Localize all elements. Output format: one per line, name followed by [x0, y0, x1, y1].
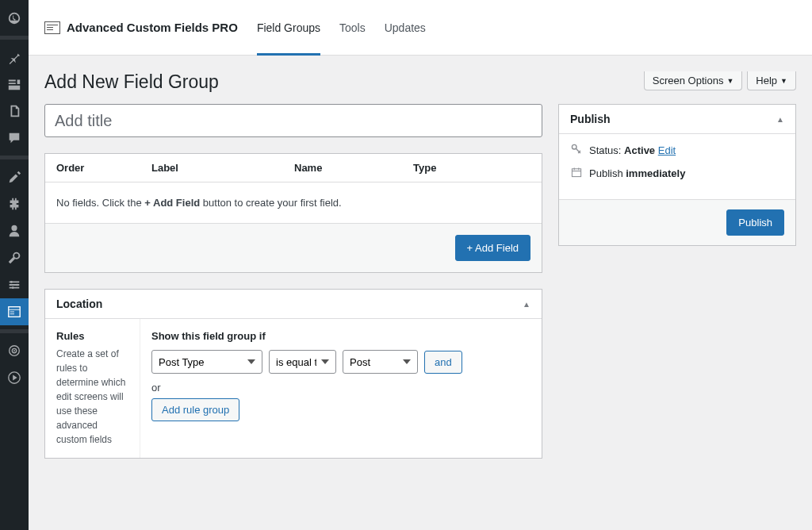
comments-icon[interactable] [0, 125, 29, 152]
col-name: Name [294, 162, 413, 174]
help-button[interactable]: Help▼ [747, 71, 796, 90]
media-icon[interactable] [0, 71, 29, 98]
pages-icon[interactable] [0, 98, 29, 125]
rules-label: Rules [56, 330, 128, 342]
calendar-icon [570, 167, 583, 180]
pin-icon[interactable] [0, 44, 29, 71]
nav-tools[interactable]: Tools [339, 0, 366, 56]
svg-point-1 [16, 284, 18, 286]
publish-button[interactable]: Publish [726, 209, 784, 236]
rule-param-select[interactable]: Post Type [151, 350, 262, 374]
collapse-icon[interactable]: ▲ [776, 115, 784, 124]
chevron-down-icon: ▼ [780, 77, 787, 85]
svg-point-2 [12, 286, 14, 289]
location-title: Location [56, 298, 102, 310]
nav-field-groups[interactable]: Field Groups [257, 0, 320, 56]
edit-status-link[interactable]: Edit [658, 144, 676, 156]
chevron-down-icon: ▼ [726, 77, 733, 85]
svg-point-9 [13, 350, 15, 351]
play-icon[interactable] [0, 364, 29, 391]
publish-title: Publish [570, 113, 611, 125]
svg-rect-12 [572, 169, 580, 177]
dashboard-icon[interactable] [0, 5, 29, 32]
show-if-label: Show this field group if [151, 330, 530, 342]
nav-updates[interactable]: Updates [385, 0, 426, 56]
no-fields-message: No fields. Click the + Add Field button … [45, 182, 542, 224]
publish-postbox: Publish ▲ Status: Active Edit Publish im… [558, 104, 796, 246]
tools-icon[interactable] [0, 244, 29, 271]
svg-point-0 [10, 281, 13, 283]
col-order: Order [56, 162, 151, 174]
rule-value-select[interactable]: Post [343, 350, 418, 374]
or-label: or [151, 382, 530, 394]
add-field-button[interactable]: + Add Field [455, 235, 530, 261]
fields-postbox: Order Label Name Type No fields. Click t… [44, 153, 542, 273]
marketing-icon[interactable] [0, 337, 29, 364]
acf-icon[interactable] [0, 298, 29, 325]
location-postbox: Location ▲ Rules Create a set of rules t… [44, 289, 542, 459]
key-icon [570, 144, 583, 157]
rules-description: Create a set of rules to determine which… [56, 347, 128, 447]
users-icon[interactable] [0, 217, 29, 244]
fields-table-header: Order Label Name Type [45, 154, 542, 182]
svg-point-11 [572, 144, 576, 149]
rule-operator-select[interactable]: is equal to [269, 350, 336, 374]
brand-icon [44, 21, 60, 34]
screen-options-button[interactable]: Screen Options▼ [644, 71, 743, 90]
col-label: Label [151, 162, 294, 174]
plugins-icon[interactable] [0, 190, 29, 217]
brand[interactable]: Advanced Custom Fields PRO [44, 21, 238, 34]
top-bar: Advanced Custom Fields PRO Field Groups … [29, 0, 812, 56]
add-rule-group-button[interactable]: Add rule group [151, 398, 239, 421]
admin-sidebar [0, 0, 29, 530]
brand-text: Advanced Custom Fields PRO [67, 21, 238, 34]
and-button[interactable]: and [424, 351, 462, 374]
settings-icon[interactable] [0, 271, 29, 298]
collapse-icon[interactable]: ▲ [523, 300, 530, 309]
col-type: Type [413, 162, 530, 174]
appearance-icon[interactable] [0, 163, 29, 190]
title-input[interactable] [44, 104, 542, 137]
